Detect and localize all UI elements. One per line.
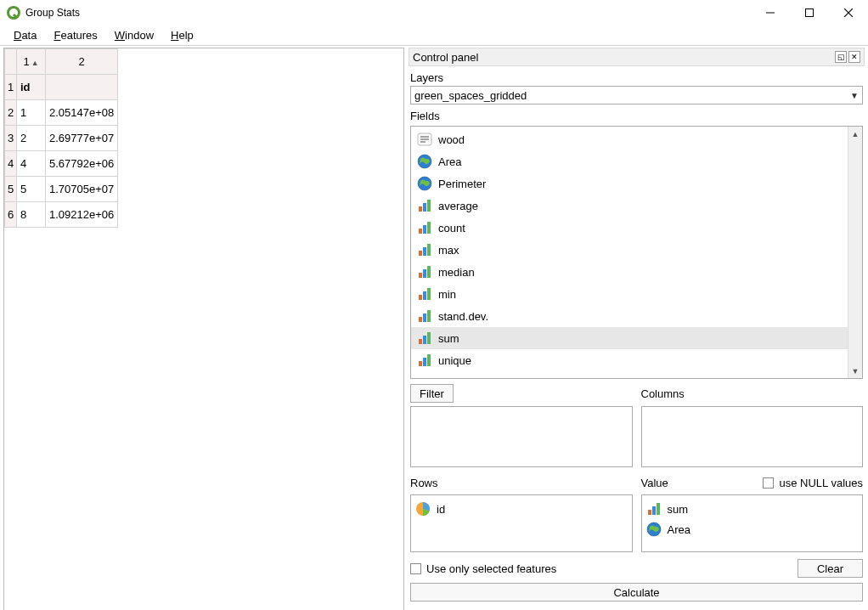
bars-icon	[416, 308, 433, 325]
table-row[interactable]: 551.70705e+07	[5, 177, 118, 202]
field-item-max[interactable]: max	[411, 239, 862, 261]
row-number: 3	[5, 126, 17, 151]
table-row[interactable]: 681.09212e+06	[5, 202, 118, 228]
columns-dropzone[interactable]	[641, 406, 864, 467]
cell-col2[interactable]	[46, 75, 118, 100]
corner-cell	[5, 49, 17, 75]
globe-icon	[416, 175, 433, 192]
value-item-label: sum	[668, 503, 689, 516]
field-label: Perimeter	[438, 178, 486, 190]
table-row[interactable]: 322.69777e+07	[5, 126, 118, 151]
layers-label: Layers	[410, 71, 863, 84]
panel-titlebar[interactable]: Control panel ◱ ✕	[409, 48, 865, 66]
field-item-stand-dev-[interactable]: stand.dev.	[411, 305, 862, 327]
bars-icon	[416, 197, 433, 214]
field-item-sum[interactable]: sum	[411, 327, 862, 349]
field-item-count[interactable]: count	[411, 217, 862, 239]
value-dropzone[interactable]: sumArea	[641, 494, 864, 552]
panel-restore-icon[interactable]: ◱	[835, 51, 847, 63]
table-row[interactable]: 212.05147e+08	[5, 100, 118, 126]
fields-label: Fields	[410, 110, 863, 122]
row-number: 5	[5, 177, 17, 202]
scroll-up-icon[interactable]: ▲	[848, 127, 862, 141]
qgis-icon	[7, 6, 20, 20]
results-table[interactable]: 1▲ 2 1id212.05147e+08322.69777e+07445.67…	[4, 48, 118, 228]
cell-col1[interactable]: 4	[17, 151, 46, 177]
panel-close-icon[interactable]: ✕	[848, 51, 860, 63]
rows-label: Rows	[410, 477, 438, 489]
checkbox-box-icon	[763, 477, 774, 489]
value-label: Value	[641, 477, 668, 489]
use-selected-checkbox[interactable]: Use only selected features	[410, 562, 556, 575]
field-item-average[interactable]: average	[411, 195, 862, 217]
text-icon	[416, 131, 433, 148]
cell-col2[interactable]: 1.09212e+06	[46, 202, 118, 228]
use-null-checkbox[interactable]: use NULL values	[763, 477, 863, 489]
row-number: 6	[5, 202, 17, 228]
field-label: unique	[438, 354, 471, 367]
filter-dropzone[interactable]	[410, 406, 633, 467]
clear-button[interactable]: Clear	[798, 559, 863, 578]
bars-icon	[416, 330, 433, 347]
cell-col1[interactable]: 8	[17, 202, 46, 228]
layers-combo[interactable]: green_spaces_gridded ▼	[410, 86, 863, 104]
cell-col1[interactable]: 5	[17, 177, 46, 202]
close-button[interactable]	[829, 0, 868, 25]
results-pane[interactable]: 1▲ 2 1id212.05147e+08322.69777e+07445.67…	[3, 48, 404, 610]
rows-item-id[interactable]: id	[414, 499, 628, 519]
row-number: 4	[5, 151, 17, 177]
globe-icon	[416, 153, 433, 170]
field-label: count	[438, 222, 465, 234]
field-label: stand.dev.	[438, 310, 488, 323]
cell-col2[interactable]: 1.70705e+07	[46, 177, 118, 202]
field-item-min[interactable]: min	[411, 283, 862, 305]
bars-icon	[416, 263, 433, 280]
field-item-unique[interactable]: unique	[411, 349, 862, 371]
col-header-1[interactable]: 1▲	[17, 49, 46, 75]
columns-label: Columns	[641, 384, 864, 403]
globe-icon	[645, 521, 662, 538]
bars-icon	[416, 241, 433, 258]
checkbox-box-icon	[410, 563, 421, 574]
table-row[interactable]: 1id	[5, 75, 118, 100]
menu-help[interactable]: Help	[162, 27, 202, 43]
menu-features[interactable]: Features	[45, 27, 105, 43]
control-panel: Control panel ◱ ✕ Layers green_spaces_gr…	[407, 46, 868, 610]
layers-combo-value: green_spaces_gridded	[414, 89, 850, 102]
value-item-sum[interactable]: sum	[645, 499, 860, 519]
field-label: median	[438, 266, 475, 279]
scroll-down-icon[interactable]: ▼	[848, 364, 862, 378]
pie-icon	[414, 500, 431, 517]
menubar: Data Features Window Help	[0, 25, 868, 46]
table-row[interactable]: 445.67792e+06	[5, 151, 118, 177]
rows-item-label: id	[437, 503, 445, 516]
fields-scrollbar[interactable]: ▲ ▼	[848, 127, 862, 378]
cell-col2[interactable]: 2.69777e+07	[46, 126, 118, 151]
calculate-button[interactable]: Calculate	[410, 583, 863, 602]
col-header-2[interactable]: 2	[46, 49, 118, 75]
field-label: wood	[438, 133, 465, 146]
cell-col1[interactable]: id	[17, 75, 46, 100]
cell-col2[interactable]: 2.05147e+08	[46, 100, 118, 126]
rows-dropzone[interactable]: id	[410, 494, 633, 552]
field-item-area[interactable]: Area	[411, 150, 862, 172]
field-label: max	[438, 244, 459, 257]
menu-data[interactable]: Data	[5, 27, 45, 43]
bars-icon	[416, 219, 433, 236]
fields-list[interactable]: woodAreaPerimeteraveragecountmaxmedianmi…	[410, 126, 863, 379]
field-item-perimeter[interactable]: Perimeter	[411, 172, 862, 195]
maximize-button[interactable]	[790, 0, 829, 25]
field-label: average	[438, 200, 478, 212]
field-label: min	[438, 288, 456, 301]
filter-button[interactable]: Filter	[410, 384, 454, 403]
value-item-area[interactable]: Area	[645, 519, 860, 539]
minimize-button[interactable]	[751, 0, 790, 25]
cell-col2[interactable]: 5.67792e+06	[46, 151, 118, 177]
bars-icon	[645, 500, 662, 517]
cell-col1[interactable]: 1	[17, 100, 46, 126]
cell-col1[interactable]: 2	[17, 126, 46, 151]
field-item-wood[interactable]: wood	[411, 128, 862, 150]
panel-title: Control panel	[413, 51, 833, 64]
field-item-median[interactable]: median	[411, 261, 862, 283]
menu-window[interactable]: Window	[106, 27, 162, 43]
